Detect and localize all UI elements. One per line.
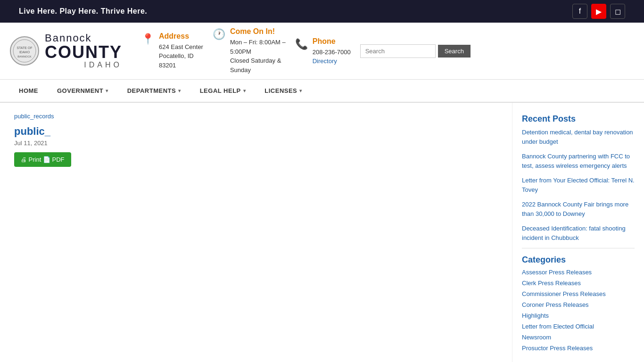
phone-icon: 📞 bbox=[295, 38, 308, 50]
facebook-icon[interactable]: f bbox=[572, 4, 587, 19]
county-seal: STATE OF IDAHO BANNOCK bbox=[9, 36, 40, 66]
hours-line2: 5:00PM bbox=[230, 47, 286, 57]
categories-title: Categories bbox=[522, 255, 635, 265]
nav-departments[interactable]: DEPARTMENTS ▾ bbox=[118, 80, 190, 102]
category-commissioner[interactable]: Commissioner Press Releases bbox=[522, 290, 635, 297]
category-newsroom[interactable]: Newsroom bbox=[522, 334, 635, 341]
phone-details: Phone 208-236-7000 Directory bbox=[313, 37, 351, 65]
chevron-down-icon: ▾ bbox=[299, 88, 302, 93]
category-highlights[interactable]: Highlights bbox=[522, 312, 635, 319]
sidebar-divider bbox=[522, 248, 635, 248]
print-pdf-button[interactable]: 🖨 Print 📄 PDF bbox=[14, 152, 71, 167]
category-letter-elected[interactable]: Letter from Elected Official bbox=[522, 323, 635, 330]
search-button[interactable]: Search bbox=[438, 45, 471, 58]
nav-legal-help[interactable]: LEGAL HELP ▾ bbox=[190, 80, 256, 102]
hours-block: 🕐 Come On In! Mon – Fri: 8:00AM – 5:00PM… bbox=[213, 27, 286, 74]
hours-line1: Mon – Fri: 8:00AM – bbox=[230, 38, 286, 47]
hours-details: Come On In! Mon – Fri: 8:00AM – 5:00PM C… bbox=[230, 27, 286, 74]
chevron-down-icon: ▾ bbox=[243, 88, 246, 93]
hours-icon: 🕐 bbox=[213, 28, 225, 41]
categories-section: Categories Assessor Press Releases Clerk… bbox=[522, 255, 635, 352]
instagram-icon[interactable]: ◻ bbox=[610, 4, 625, 19]
chevron-down-icon: ▾ bbox=[106, 88, 108, 93]
svg-text:STATE OF: STATE OF bbox=[17, 46, 32, 49]
sidebar-recent-post-5[interactable]: Deceased Identification: fatal shooting … bbox=[522, 224, 635, 242]
logo-county: COUNTY bbox=[45, 44, 122, 61]
svg-text:BANNOCK: BANNOCK bbox=[17, 55, 32, 58]
sidebar-recent-post-1[interactable]: Detention medical, dental bay renovation… bbox=[522, 128, 635, 146]
address-title: Address bbox=[159, 32, 203, 41]
address-block: 📍 Address 624 East Center Pocatello, ID … bbox=[141, 32, 203, 70]
address-icon: 📍 bbox=[141, 33, 154, 45]
search-input[interactable] bbox=[360, 44, 436, 58]
logo-text: Bannock COUNTY IDAHO bbox=[45, 33, 122, 69]
chevron-down-icon: ▾ bbox=[178, 88, 181, 93]
nav-licenses[interactable]: LICENSES ▾ bbox=[255, 80, 312, 102]
sidebar-recent-post-3[interactable]: Letter from Your Elected Official: Terre… bbox=[522, 176, 635, 194]
logo-idaho: IDAHO bbox=[45, 61, 122, 69]
hours-line4: Sunday bbox=[230, 66, 286, 75]
phone-title: Phone bbox=[313, 37, 351, 46]
phone-block: 📞 Phone 208-236-7000 Directory bbox=[295, 37, 351, 65]
phone-number: 208-236-7000 bbox=[313, 48, 351, 57]
nav-home[interactable]: HOME bbox=[9, 80, 48, 102]
post-title: public_ bbox=[14, 125, 498, 138]
sidebar-recent-post-4[interactable]: 2022 Bannock County Fair brings more tha… bbox=[522, 200, 635, 218]
top-banner: Live Here. Play Here. Thrive Here. f ▶ ◻ bbox=[0, 0, 644, 23]
hours-title: Come On In! bbox=[230, 27, 286, 36]
recent-posts-title: Recent Posts bbox=[522, 114, 635, 124]
breadcrumb[interactable]: public_records bbox=[14, 113, 54, 120]
logo-area: STATE OF IDAHO BANNOCK Bannock COUNTY ID… bbox=[9, 33, 132, 69]
post-date: Jul 11, 2021 bbox=[14, 140, 498, 147]
nav-government[interactable]: GOVERNMENT ▾ bbox=[48, 80, 118, 102]
category-prosuctor[interactable]: Prosuctor Press Releases bbox=[522, 345, 635, 352]
svg-text:IDAHO: IDAHO bbox=[19, 50, 30, 54]
address-line2: Pocatello, ID bbox=[159, 51, 203, 61]
category-clerk[interactable]: Clerk Press Releases bbox=[522, 280, 635, 287]
category-coroner[interactable]: Coroner Press Releases bbox=[522, 301, 635, 308]
sidebar: Recent Posts Detention medical, dental b… bbox=[512, 103, 644, 362]
main-content: public_records public_ Jul 11, 2021 🖨 Pr… bbox=[0, 103, 512, 362]
address-line3: 83201 bbox=[159, 61, 203, 70]
youtube-icon[interactable]: ▶ bbox=[591, 4, 606, 19]
directory-link[interactable]: Directory bbox=[313, 58, 337, 65]
tagline: Live Here. Play Here. Thrive Here. bbox=[19, 7, 147, 16]
site-header: STATE OF IDAHO BANNOCK Bannock COUNTY ID… bbox=[0, 23, 644, 80]
category-assessor[interactable]: Assessor Press Releases bbox=[522, 269, 635, 276]
address-details: Address 624 East Center Pocatello, ID 83… bbox=[159, 32, 203, 70]
social-icons: f ▶ ◻ bbox=[572, 4, 625, 19]
hours-line3: Closed Saturday & bbox=[230, 56, 286, 66]
main-nav: HOME GOVERNMENT ▾ DEPARTMENTS ▾ LEGAL HE… bbox=[0, 80, 644, 103]
sidebar-recent-post-2[interactable]: Bannock County partnering with FCC to te… bbox=[522, 152, 635, 170]
header-search: Search bbox=[360, 44, 471, 58]
address-line1: 624 East Center bbox=[159, 42, 203, 52]
main-layout: public_records public_ Jul 11, 2021 🖨 Pr… bbox=[0, 103, 644, 362]
